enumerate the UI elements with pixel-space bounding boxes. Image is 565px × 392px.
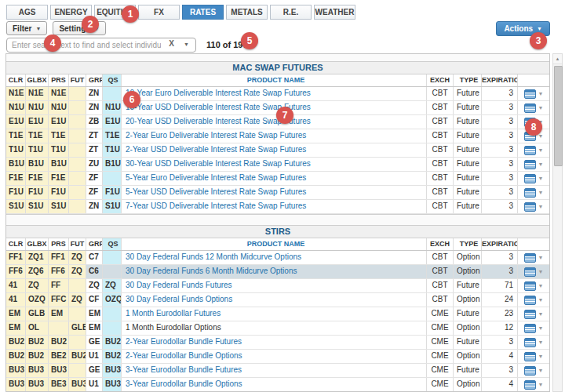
product-name-link[interactable]: 2-Year Eurodollar Bundle Options [122,350,427,363]
product-name-link[interactable]: 5-Year USD Deliverable Interest Rate Swa… [122,186,427,199]
table-row[interactable]: F1E F1E F1E ZF 5-Year Euro Deliverable I… [6,172,549,186]
table-row[interactable]: BU3 BU3 BU3 GE BU3 3-Year Eurodollar Bun… [6,364,549,378]
product-name-link[interactable]: 1 Month Eurodollar Futures [122,307,427,321]
expirations-menu-button[interactable]: ▼ [518,307,549,321]
product-name-link[interactable]: 30 Day Federal Funds Futures [122,279,427,292]
chevron-down-icon: ▼ [538,308,544,321]
product-name-link[interactable]: 30 Day Federal Funds Options [122,293,427,307]
product-name-link[interactable]: 5-Year Euro Deliverable Interest Rate Sw… [122,172,427,185]
expirations-count-cell: 3 [482,251,518,264]
tab-weather[interactable]: WEATHER [314,5,355,20]
expirations-menu-button[interactable]: ▼ [518,321,549,335]
chevron-down-icon[interactable]: ▼ [184,42,189,47]
glbx-code-cell: BU3 [26,378,49,391]
grp-code-cell: ZN [86,200,103,213]
expirations-menu-button[interactable]: ▼ [518,251,549,264]
table-row[interactable]: BU2 BU2 BE2 BU2 U1 BU2 2-Year Eurodollar… [6,350,549,364]
chevron-down-icon: ▼ [538,350,544,363]
expirations-count-cell: 3 [482,336,518,349]
tab-re[interactable]: R.E. [270,5,312,20]
tab-metals[interactable]: METALS [226,5,268,20]
product-name-link[interactable]: 20-Year USD Deliverable Interest Rate Sw… [122,115,427,129]
expirations-menu-button[interactable]: ▼ [518,158,549,171]
expirations-menu-button[interactable]: ▼ [518,172,549,185]
expirations-menu-button[interactable]: ▼ [518,279,549,292]
filter-button[interactable]: Filter ▼ [6,21,47,35]
tab-fx[interactable]: FX [138,5,180,20]
table-row[interactable]: B1U B1U B1U ZU B1U 30-Year USD Deliverab… [6,158,549,172]
exchange-cell: CME [427,336,454,349]
expirations-menu-button[interactable]: ▼ [518,265,549,278]
fut-code-cell [69,364,86,377]
product-name-link[interactable]: 7-Year USD Deliverable Interest Rate Swa… [122,200,427,213]
glbx-code-cell: ZQ [26,279,49,292]
column-header-row: CLR GLBX PRS FUT GRP QS PRODUCT NAME EXC… [6,238,549,251]
arrow-up-icon[interactable]: ▲ [553,54,562,64]
expirations-count-cell: 3 [482,186,518,199]
table-row[interactable]: FF6 ZQ6 FF6 ZQ C6 30 Day Federal Funds 6… [6,265,549,279]
exchange-cell: CBT [427,87,454,100]
qs-code-cell: T1U [103,143,122,157]
expirations-menu-button[interactable]: ▼ [518,87,549,100]
expirations-menu-button[interactable]: ▼ [518,293,549,307]
exchange-cell: CBT [427,101,454,114]
table-row[interactable]: N1E N1E N1E ZN 10-Year Euro Deliverable … [6,87,549,101]
tab-ags[interactable]: AGS [6,5,48,20]
exchange-cell: CME [427,307,454,321]
glbx-code-cell: ZQ6 [26,265,49,278]
calendar-list-icon [524,160,536,169]
product-name-link[interactable]: 10-Year USD Deliverable Interest Rate Sw… [122,101,427,114]
expirations-menu-button[interactable]: ▼ [518,143,549,157]
prs-code-cell [49,321,69,335]
expirations-menu-button[interactable]: ▼ [518,186,549,199]
type-cell: Future [454,101,482,114]
scrollbar-thumb[interactable] [554,66,563,166]
product-name-link[interactable]: 30-Year USD Deliverable Interest Rate Sw… [122,158,427,171]
product-name-link[interactable]: 2-Year USD Deliverable Interest Rate Swa… [122,143,427,157]
table-row[interactable]: S1U S1U S1U ZN S1U 7-Year USD Deliverabl… [6,200,549,214]
table-row[interactable]: 41 ZQ FF ZQ ZQ 30 Day Federal Funds Futu… [6,279,549,293]
column-header-exch: EXCH [427,74,454,86]
table-row[interactable]: 41 OZQ FFC ZQ CF OZQ 30 Day Federal Fund… [6,293,549,307]
expirations-menu-button[interactable]: ▼ [518,336,549,349]
table-row[interactable]: EM GLB EM EM 1 Month Eurodollar Futures … [6,307,549,321]
chevron-down-icon: ▼ [538,336,544,349]
product-name-link[interactable]: 30 Day Federal Funds 6 Month Midcurve Op… [122,265,427,278]
fut-code-cell [69,307,86,321]
table-row[interactable]: BU3 BU3 BE3 BU3 U1 BU3 3-Year Eurodollar… [6,378,549,392]
product-name-link[interactable]: 3-Year Eurodollar Bundle Futures [122,364,427,377]
annotation-badge-1: 1 [122,5,139,23]
expirations-menu-button[interactable]: ▼ [518,200,549,213]
expirations-menu-button[interactable]: ▼ [518,378,549,391]
grp-code-cell: ZT [86,129,103,143]
table-row[interactable]: FF1 ZQ1 FF1 ZQ C7 30 Day Federal Funds 1… [6,251,549,265]
clear-search-icon[interactable]: X [169,39,174,48]
fut-code-cell [69,87,86,100]
table-row[interactable]: EM OL GLB EM 1 Month Eurodollar Options … [6,321,549,336]
search-input[interactable] [6,38,196,53]
fut-code-cell: ZQ [69,251,86,264]
expirations-menu-button[interactable]: ▼ [518,101,549,114]
table-row[interactable]: T1E T1E T1E ZT T1E 2-Year Euro Deliverab… [6,129,549,143]
qs-code-cell [103,307,122,321]
product-name-link[interactable]: 10-Year Euro Deliverable Interest Rate S… [122,87,427,100]
fut-code-cell [69,336,86,349]
product-name-link[interactable]: 2-Year Eurodollar Bundle Futures [122,336,427,349]
product-name-link[interactable]: 2-Year Euro Deliverable Interest Rate Sw… [122,129,427,143]
chevron-down-icon: ▼ [538,144,544,157]
tab-rates[interactable]: RATES [182,5,224,20]
expirations-count-cell: 12 [482,321,518,335]
qs-code-cell: T1E [103,129,122,143]
expirations-menu-button[interactable]: ▼ [518,364,549,377]
expirations-menu-button[interactable]: ▼ [518,350,549,363]
product-name-link[interactable]: 1 Month Eurodollar Options [122,321,427,335]
product-name-link[interactable]: 30 Day Federal Funds 12 Month Midcurve O… [122,251,427,264]
glbx-code-cell: BU2 [26,350,49,363]
filter-button-label: Filter [13,24,31,33]
product-name-link[interactable]: 3-Year Eurodollar Bundle Options [122,378,427,391]
table-row[interactable]: F1U F1U F1U ZF F1U 5-Year USD Deliverabl… [6,186,549,200]
table-row[interactable]: BU2 BU2 BU2 GE BU2 2-Year Eurodollar Bun… [6,336,549,350]
clr-code-cell: E1U [6,115,26,129]
table-row[interactable]: T1U T1U T1U ZT T1U 2-Year USD Deliverabl… [6,143,549,158]
vertical-scrollbar[interactable]: ▲ [552,53,563,392]
